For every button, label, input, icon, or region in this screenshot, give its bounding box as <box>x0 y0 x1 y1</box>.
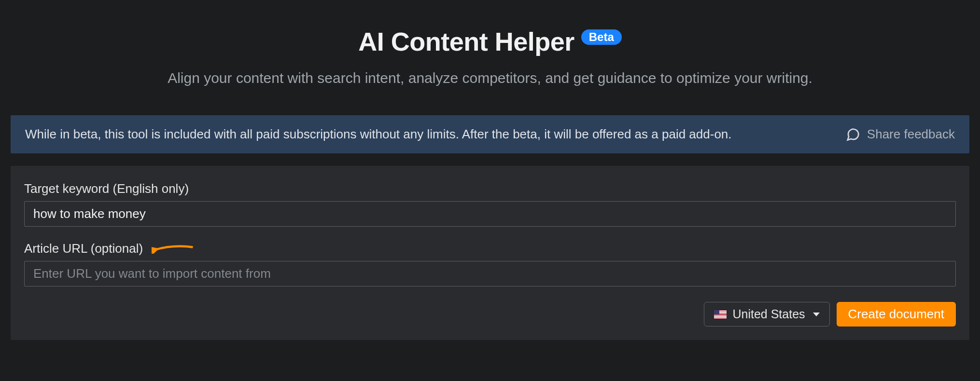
beta-notice-bar: While in beta, this tool is included wit… <box>11 115 969 153</box>
arrow-annotation-icon <box>152 244 195 254</box>
beta-notice-text: While in beta, this tool is included wit… <box>25 127 846 142</box>
share-feedback-link[interactable]: Share feedback <box>846 127 955 142</box>
target-keyword-input[interactable] <box>24 201 956 227</box>
share-feedback-label: Share feedback <box>867 127 955 142</box>
page-title: AI Content Helper <box>358 27 574 56</box>
keyword-field-label: Target keyword (English only) <box>24 181 956 196</box>
comment-icon <box>846 127 860 142</box>
article-url-field-label: Article URL (optional) <box>24 241 143 256</box>
form-panel: Target keyword (English only) Article UR… <box>11 166 969 340</box>
chevron-down-icon <box>813 313 820 316</box>
us-flag-icon <box>714 310 727 319</box>
article-url-input[interactable] <box>24 261 956 286</box>
beta-badge: Beta <box>581 29 622 45</box>
country-select[interactable]: United States <box>704 302 829 327</box>
hero-section: AI Content Helper Beta Align your conten… <box>11 0 969 106</box>
country-select-label: United States <box>732 307 805 321</box>
page-subtitle: Align your content with search intent, a… <box>11 70 969 86</box>
create-document-button[interactable]: Create document <box>837 302 956 327</box>
